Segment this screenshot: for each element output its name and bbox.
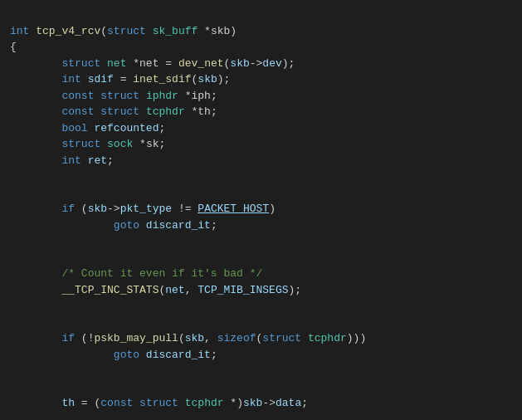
line-4: int sdif = inet_sdif(skb); <box>10 73 230 85</box>
line-15: __TCP_INC_STATS(net, TCP_MIB_INSEGS); <box>10 284 301 296</box>
code-container: int tcp_v4_rcv(struct sk_buff *skb) { st… <box>10 7 512 420</box>
line-18: goto discard_it; <box>10 349 217 361</box>
line-2: { <box>10 41 17 53</box>
line-12: goto discard_it; <box>10 219 217 232</box>
line-17: if (!pskb_may_pull(skb, sizeof(struct tc… <box>10 332 366 344</box>
line-6: const struct tcphdr *th; <box>10 105 217 118</box>
line-8: struct sock *sk; <box>10 138 165 150</box>
line-11: if (skb->pkt_type != PACKET_HOST) <box>10 203 276 215</box>
line-3: struct net *net = dev_net(skb->dev); <box>10 57 295 70</box>
line-14: /* Count it even if it's bad */ <box>10 267 262 280</box>
line-9: int ret; <box>10 154 114 167</box>
line-20: th = (const struct tcphdr *)skb->data; <box>10 397 308 409</box>
line-7: bool refcounted; <box>10 122 165 134</box>
line-1: int tcp_v4_rcv(struct sk_buff *skb) <box>10 25 237 37</box>
line-5: const struct iphdr *iph; <box>10 90 217 102</box>
